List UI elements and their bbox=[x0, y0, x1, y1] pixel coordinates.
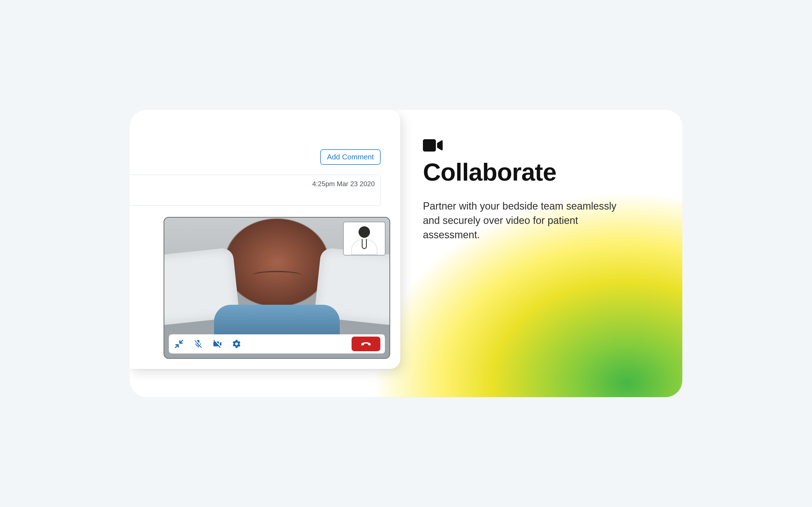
feature-copy: Collaborate Partner with your bedside te… bbox=[400, 110, 682, 397]
feature-card: Add Comment 4:25pm Mar 23 2020 bbox=[130, 110, 682, 397]
video-call-widget bbox=[163, 217, 390, 359]
video-camera-icon bbox=[423, 138, 443, 153]
gear-icon[interactable] bbox=[231, 338, 242, 349]
patient-glasses-decoration bbox=[252, 271, 302, 279]
add-comment-row: Add Comment bbox=[320, 149, 380, 165]
add-comment-button[interactable]: Add Comment bbox=[320, 149, 380, 165]
feature-description: Partner with your bedside team seamlessl… bbox=[423, 199, 626, 242]
comment-input-box[interactable]: 4:25pm Mar 23 2020 bbox=[130, 175, 380, 206]
minimize-icon[interactable] bbox=[173, 338, 185, 349]
mic-off-icon[interactable] bbox=[193, 338, 204, 349]
feature-title: Collaborate bbox=[423, 158, 649, 186]
camera-off-icon[interactable] bbox=[212, 338, 223, 349]
video-controls-bar bbox=[169, 334, 385, 353]
video-self-preview[interactable] bbox=[343, 222, 386, 256]
timestamp-label: 4:25pm Mar 23 2020 bbox=[312, 180, 375, 188]
hangup-button[interactable] bbox=[352, 337, 380, 351]
app-screenshot-panel: Add Comment 4:25pm Mar 23 2020 bbox=[130, 110, 400, 369]
svg-rect-2 bbox=[423, 139, 436, 152]
self-preview-stethoscope bbox=[362, 239, 367, 249]
